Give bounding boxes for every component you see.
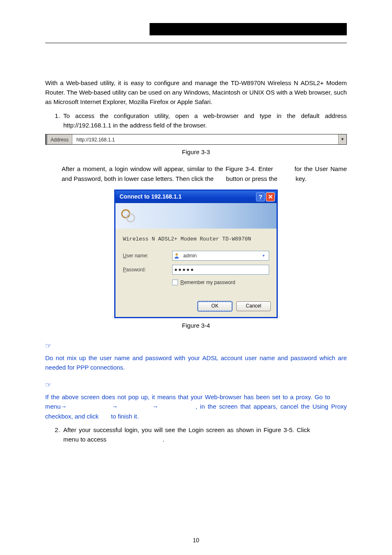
cancel-button[interactable]: Cancel xyxy=(236,301,271,311)
after-c: button or press the xyxy=(224,175,279,182)
username-row: User name: admin ▾ xyxy=(123,251,269,261)
username-label: User name: xyxy=(123,252,172,260)
note2-io: Internet Options xyxy=(67,403,112,410)
dialog-banner xyxy=(115,203,277,229)
address-bar-dropdown[interactable]: ▼ xyxy=(338,134,346,144)
close-button[interactable]: ✕ xyxy=(266,192,275,201)
note2-ok: OK xyxy=(100,413,109,420)
dialog-body: Wireless N ADSL2+ Modem Router TD-W8970N… xyxy=(115,229,277,301)
header-rule xyxy=(45,43,347,43)
remember-checkbox[interactable] xyxy=(172,280,178,285)
figure-3-3-caption: Figure 3-3 xyxy=(45,147,347,157)
username-dropdown-icon[interactable]: ▾ xyxy=(260,251,267,260)
figure-3-4-caption: Figure 3-4 xyxy=(45,321,347,330)
header-blackbar xyxy=(150,23,347,35)
chevron-down-icon: ▼ xyxy=(341,136,345,143)
step-1-text: To access the configuration utility, ope… xyxy=(63,112,347,129)
after-admin: admin xyxy=(275,165,292,172)
section-title: 3.2 Login xyxy=(45,62,347,73)
dialog-titlebar: Connect to 192.168.1.1 ? ✕ xyxy=(115,191,277,203)
note-hand-icon-1: ☞ xyxy=(45,341,51,352)
dialog-buttons: OK Cancel xyxy=(115,301,277,317)
note2-lan: LAN Settings xyxy=(158,403,195,410)
step-list: To access the configuration utility, ope… xyxy=(45,111,347,130)
step2-a: After your successful login, you will se… xyxy=(63,426,312,433)
note2-tools: Tools xyxy=(332,393,347,400)
after-a: After a moment, a login window will appe… xyxy=(62,165,275,172)
remember-row: Remember my password xyxy=(172,279,269,287)
step2-b: menu to access xyxy=(63,436,108,443)
note2-d: to finish it. xyxy=(109,413,139,420)
page-number: 10 xyxy=(0,536,392,545)
note2-conn: Connections xyxy=(118,403,152,410)
note2-a: If the above screen does not pop up, it … xyxy=(45,393,332,400)
password-label: Password: xyxy=(123,266,172,274)
address-bar: Address http://192.168.1.1 ▼ xyxy=(45,134,347,145)
login-dialog: Connect to 192.168.1.1 ? ✕ Wireless N AD… xyxy=(114,190,278,318)
step-1: To access the configuration utility, ope… xyxy=(62,111,347,130)
arrow-icon: → xyxy=(61,403,67,410)
note-label-1: Note: xyxy=(51,342,66,349)
help-button[interactable]: ? xyxy=(256,192,265,201)
after-moment-paragraph: After a moment, a login window will appe… xyxy=(62,164,347,183)
address-bar-url[interactable]: http://192.168.1.1 xyxy=(72,134,338,144)
username-field[interactable]: admin ▾ xyxy=(172,251,269,261)
address-bar-label: Address xyxy=(47,134,72,144)
user-icon xyxy=(174,252,181,259)
step-list-2: After your successful login, you will se… xyxy=(45,425,347,444)
note2-b: menu xyxy=(45,403,61,410)
ok-button[interactable]: OK xyxy=(198,301,232,311)
dialog-realm: Wireless N ADSL2+ Modem Router TD-W8970N xyxy=(123,235,269,243)
remember-label: Remember my password xyxy=(180,279,235,287)
password-value: ●●●●● xyxy=(174,266,194,274)
after-ok: OK xyxy=(215,175,224,182)
keys-icon xyxy=(120,208,137,224)
step-2: After your successful login, you will se… xyxy=(62,425,347,444)
note-label-2: Note: xyxy=(51,382,66,388)
arrow-icon: → xyxy=(112,403,118,410)
dialog-title-text: Connect to 192.168.1.1 xyxy=(120,192,182,201)
username-value: admin xyxy=(183,252,260,260)
note-2-text: If the above screen does not pop up, it … xyxy=(45,392,347,421)
intro-paragraph: With a Web-based utility, it is easy to … xyxy=(45,78,347,107)
step2-c: . xyxy=(163,436,164,443)
password-row: Password: ●●●●● xyxy=(123,265,269,275)
note-hand-icon-2: ☞ xyxy=(45,380,51,391)
after-enter: Enter xyxy=(279,175,294,182)
note-1-text: Do not mix up the user name and password… xyxy=(45,353,347,372)
step2-qs: Quick Setup xyxy=(312,426,347,433)
after-d: key. xyxy=(294,175,307,182)
svg-point-0 xyxy=(175,253,178,256)
arrow-icon: → xyxy=(152,403,158,410)
step2-qsw: Quick Setup Wizard xyxy=(108,436,163,443)
password-field[interactable]: ●●●●● xyxy=(172,265,269,275)
